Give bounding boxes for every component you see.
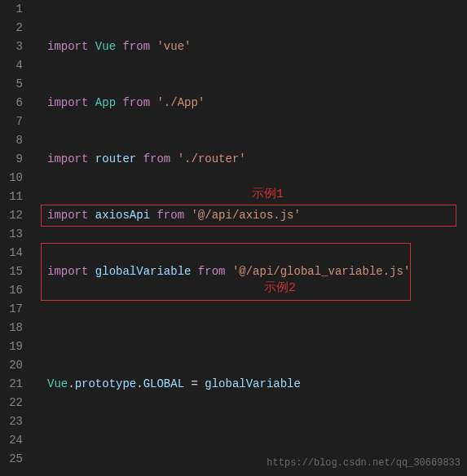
line-number: 2 xyxy=(0,19,23,37)
line-number: 6 xyxy=(0,94,23,112)
code-line[interactable] xyxy=(36,319,467,337)
annotation-label-2: 示例2 xyxy=(264,279,296,298)
code-area[interactable]: import Vue from 'vue' import App from '.… xyxy=(36,0,467,476)
code-line[interactable]: import globalVariable from '@/api/global… xyxy=(36,262,467,281)
code-line[interactable]: import Vue from 'vue' xyxy=(36,37,467,56)
line-number: 10 xyxy=(0,169,23,187)
code-line[interactable]: import axiosApi from '@/api/axios.js' xyxy=(36,206,467,225)
line-number: 24 xyxy=(0,431,23,450)
line-number: 25 xyxy=(0,450,23,469)
code-line[interactable]: import App from './App' xyxy=(36,94,467,112)
code-line[interactable] xyxy=(36,431,467,450)
line-number-gutter: 1 2 3 4 5 6 7 8 9 10 11 12 13 14 15 16 1… xyxy=(0,0,36,476)
line-number: 13 xyxy=(0,225,23,244)
line-number: 11 xyxy=(0,187,23,206)
code-editor[interactable]: 1 2 3 4 5 6 7 8 9 10 11 12 13 14 15 16 1… xyxy=(0,0,467,476)
line-number: 12 xyxy=(0,206,23,225)
line-number: 22 xyxy=(0,394,23,412)
line-number: 14 xyxy=(0,244,23,262)
code-line[interactable]: Vue.prototype.GLOBAL = globalVariable xyxy=(36,375,467,394)
line-number: 9 xyxy=(0,150,23,169)
line-number: 23 xyxy=(0,412,23,431)
line-number: 7 xyxy=(0,112,23,131)
line-number: 15 xyxy=(0,262,23,281)
watermark: https://blog.csdn.net/qq_30669833 xyxy=(267,454,460,473)
line-number: 16 xyxy=(0,281,23,300)
code-line[interactable]: import router from './router' xyxy=(36,150,467,169)
line-number: 5 xyxy=(0,75,23,94)
line-number: 1 xyxy=(0,0,23,19)
line-number: 19 xyxy=(0,337,23,356)
annotation-label-1: 示例1 xyxy=(252,185,284,204)
line-number: 18 xyxy=(0,319,23,337)
line-number: 17 xyxy=(0,300,23,319)
line-number: 3 xyxy=(0,37,23,56)
line-number: 21 xyxy=(0,375,23,394)
line-number: 4 xyxy=(0,56,23,75)
line-number: 20 xyxy=(0,356,23,375)
line-number: 8 xyxy=(0,131,23,150)
